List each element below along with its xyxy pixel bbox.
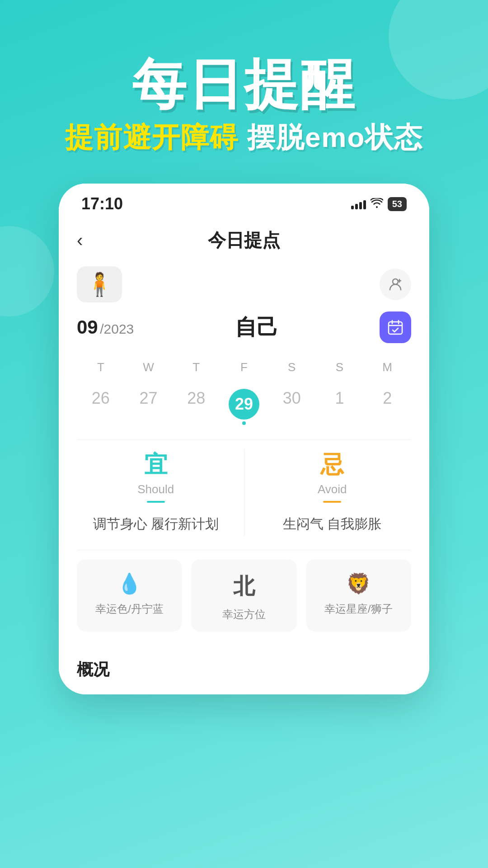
calendar-section: T W T F S S M 26 27 28 29 30 1 2 (77, 357, 411, 426)
subtitle-white: 摆脱emo状态 (247, 122, 423, 153)
weekday-6: M (363, 357, 411, 378)
lucky-zodiac-icon: 🦁 (313, 572, 404, 595)
calendar-day-6[interactable]: 2 (363, 382, 411, 426)
weekday-4: S (268, 357, 316, 378)
battery-indicator: 53 (388, 197, 407, 211)
weekday-5: S (316, 357, 364, 378)
lucky-card-zodiac: 🦁 幸运星座/狮子 (306, 559, 411, 632)
weekday-0: T (77, 357, 125, 378)
lucky-card-direction: 北 幸运方位 (191, 559, 296, 632)
signal-icon (351, 198, 366, 209)
today-circle: 29 (229, 389, 259, 420)
status-time: 17:10 (81, 194, 123, 213)
lucky-zodiac-label: 幸运星座/狮子 (313, 601, 404, 617)
nav-bar: ‹ 今日提点 (77, 219, 411, 266)
calendar-day-2[interactable]: 28 (172, 382, 220, 426)
avoid-label: 忌 (253, 449, 412, 481)
header-section: 每日提醒 提前避开障碍 摆脱emo状态 (0, 0, 488, 175)
bg-circle-left (0, 226, 54, 316)
weekday-1: W (125, 357, 173, 378)
avatar-image: 🧍 (85, 271, 113, 297)
avatar[interactable]: 🧍 (77, 266, 122, 302)
calendar-day-0[interactable]: 26 (77, 382, 125, 426)
lucky-direction-icon: 北 (198, 572, 289, 601)
person-settings-button[interactable] (380, 269, 411, 300)
divider-2 (77, 550, 411, 550)
should-section: 宜 Should 调节身心 履行新计划 (77, 449, 235, 536)
svg-rect-3 (389, 322, 402, 334)
profile-section: 🧍 (77, 266, 411, 302)
avoid-underline (323, 501, 341, 503)
subtitle: 提前避开障碍 摆脱emo状态 (0, 118, 488, 156)
profile-name: 自己 (134, 313, 380, 342)
date-year: /2023 (100, 321, 134, 336)
svg-point-0 (393, 279, 398, 284)
lucky-card-color: 💧 幸运色/丹宁蓝 (77, 559, 182, 632)
main-title: 每日提醒 (0, 54, 488, 114)
calendar-day-5[interactable]: 1 (316, 382, 364, 426)
should-underline (147, 501, 165, 503)
today-dot (242, 421, 246, 425)
phone-mockup: 17:10 53 ‹ 今日提点 (59, 184, 429, 694)
weekday-3: F (220, 357, 268, 378)
calendar-day-today[interactable]: 29 (220, 382, 268, 426)
avoid-items: 生闷气 自我膨胀 (253, 512, 412, 536)
lucky-direction-label: 幸运方位 (198, 606, 289, 623)
subtitle-yellow: 提前避开障碍 (65, 122, 239, 153)
calendar-day-4[interactable]: 30 (268, 382, 316, 426)
divider-1 (77, 439, 411, 440)
calendar-button[interactable] (380, 311, 411, 343)
wifi-icon (371, 197, 383, 211)
lucky-color-label: 幸运色/丹宁蓝 (84, 601, 175, 617)
date-row: 09 /2023 自己 (77, 311, 411, 343)
should-items: 调节身心 履行新计划 (77, 512, 235, 536)
lucky-section: 💧 幸运色/丹宁蓝 北 幸运方位 🦁 幸运星座/狮子 (77, 559, 411, 632)
status-bar: 17:10 53 (59, 184, 429, 219)
calendar-days: 26 27 28 29 30 1 2 (77, 382, 411, 426)
fortune-divider (244, 449, 244, 536)
status-icons: 53 (351, 197, 407, 211)
calendar-week-header: T W T F S S M (77, 357, 411, 378)
date-display: 09 /2023 (77, 316, 134, 338)
should-sublabel: Should (77, 482, 235, 496)
fortune-section: 宜 Should 调节身心 履行新计划 忌 Avoid 生闷气 自我膨胀 (77, 449, 411, 536)
calendar-day-1[interactable]: 27 (125, 382, 173, 426)
lucky-color-icon: 💧 (84, 572, 175, 595)
app-content: ‹ 今日提点 🧍 09 /2023 自己 (59, 219, 429, 650)
weekday-2: T (172, 357, 220, 378)
page-title: 今日提点 (208, 228, 280, 253)
tab-overview[interactable]: 概况 (77, 660, 109, 679)
back-button[interactable]: ‹ (77, 230, 83, 250)
should-label: 宜 (77, 449, 235, 481)
date-month: 09 (77, 316, 98, 338)
bottom-tab: 概况 (59, 650, 429, 694)
avoid-section: 忌 Avoid 生闷气 自我膨胀 (253, 449, 412, 536)
avoid-sublabel: Avoid (253, 482, 412, 496)
